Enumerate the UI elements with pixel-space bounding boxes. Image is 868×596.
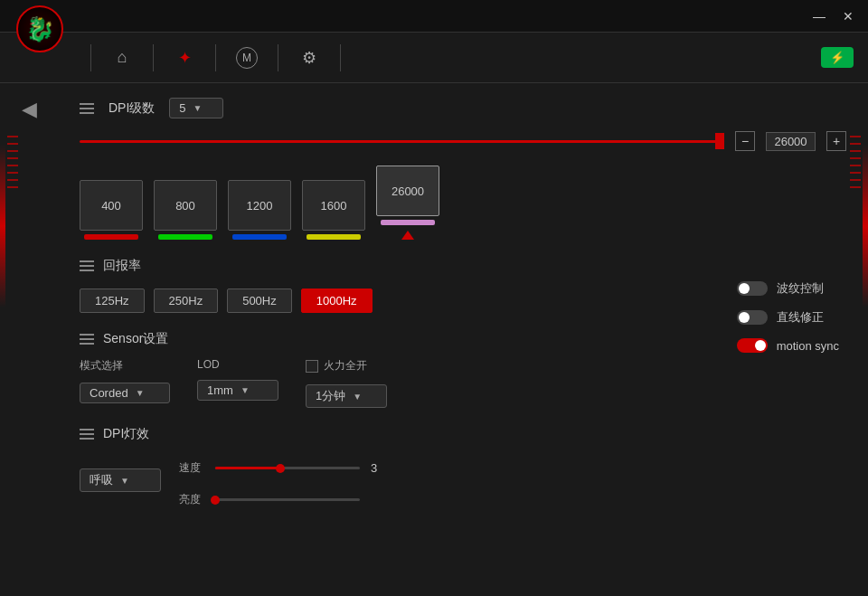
nav-sep-4 <box>278 44 278 71</box>
motion-toggle[interactable] <box>737 338 768 353</box>
dpi-color-1200 <box>232 234 287 240</box>
lod-arrow: ▼ <box>241 385 250 395</box>
ripple-toggle-row: 波纹控制 <box>737 280 839 297</box>
title-bar: — ✕ <box>0 0 868 33</box>
polling-title: 回报率 <box>103 258 141 274</box>
motion-toggle-row: motion sync <box>737 338 839 353</box>
back-icon: ◀ <box>22 98 37 121</box>
dpi-preset-box-1600[interactable]: 1600 <box>302 180 365 231</box>
dpi-preset-box-400[interactable]: 400 <box>80 180 143 231</box>
sensor-lod-col: LOD 1mm ▼ <box>197 358 278 401</box>
mode-arrow: ▼ <box>136 388 145 398</box>
minimize-button[interactable]: — <box>807 6 832 26</box>
mode-dropdown[interactable]: Corded ▼ <box>80 383 170 403</box>
dpi-color-1600 <box>307 234 361 240</box>
brightness-slider[interactable] <box>215 498 360 501</box>
polling-header: 回报率 <box>80 258 846 274</box>
left-accent-marks <box>7 136 18 188</box>
left-accent <box>0 145 5 307</box>
ripple-toggle[interactable] <box>737 281 768 296</box>
nav-settings[interactable]: ⚙ <box>291 40 327 76</box>
rate-500[interactable]: 500Hz <box>227 289 292 313</box>
logo-icon: 🐉 <box>16 5 63 52</box>
brightness-thumb[interactable] <box>211 496 220 505</box>
polling-section: 回报率 125Hz 250Hz 500Hz 1000Hz <box>80 258 846 313</box>
dpi-preset-box-1200[interactable]: 1200 <box>228 180 291 231</box>
nav-bar: ⌂ ✦ M ⚙ ⚡ <box>0 33 868 83</box>
dpi-slider-track[interactable] <box>80 140 724 143</box>
straight-knob <box>739 312 750 323</box>
speed-label: 速度 <box>179 460 204 476</box>
dpi-preset-26000: 26000 <box>376 166 439 240</box>
dpi-preset-box-26000[interactable]: 26000 <box>376 166 439 216</box>
power-dropdown[interactable]: 1分钟 ▼ <box>306 384 387 408</box>
dpi-minus-btn[interactable]: − <box>735 131 755 151</box>
power-checkbox-row: 火力全开 <box>306 358 387 374</box>
dpi-preset-box-800[interactable]: 800 <box>154 180 217 231</box>
sensor-header: Sensor设置 <box>80 331 846 347</box>
back-button[interactable]: ◀ <box>0 83 58 136</box>
brightness-row: 亮度 <box>179 492 377 507</box>
dpi-value-display: 26000 <box>766 132 816 151</box>
nav-macro[interactable]: M <box>229 40 265 76</box>
battery-indicator: ⚡ <box>821 47 854 68</box>
settings-icon: ⚙ <box>302 48 316 68</box>
speed-row: 速度 3 <box>179 460 377 476</box>
logo: 🐉 <box>14 4 65 54</box>
dpi-color-400 <box>84 234 138 240</box>
dpi-light-icon[interactable] <box>80 429 94 440</box>
dpi-color-800 <box>158 234 212 240</box>
polling-section-icon[interactable] <box>80 260 94 271</box>
speed-slider[interactable] <box>215 467 360 469</box>
nav-target[interactable]: ✦ <box>166 40 203 76</box>
straight-label: 直线修正 <box>777 309 824 326</box>
dpi-preset-1600: 1600 <box>302 180 365 240</box>
power-value: 1分钟 <box>316 388 345 404</box>
rate-125[interactable]: 125Hz <box>80 289 145 313</box>
light-mode-value: 呼吸 <box>90 472 113 488</box>
dpi-preset-400: 400 <box>80 180 143 240</box>
dpi-dropdown-arrow: ▼ <box>193 103 203 113</box>
dpi-preset-800: 800 <box>154 180 217 240</box>
macro-icon: M <box>236 47 258 69</box>
dpi-light-header: DPI灯效 <box>80 426 846 442</box>
dpi-level-value: 5 <box>179 101 185 115</box>
speed-value: 3 <box>371 461 377 475</box>
power-label: 火力全开 <box>324 358 367 374</box>
nav-sep-2 <box>153 44 154 71</box>
lod-label: LOD <box>197 358 278 371</box>
sensor-grid: 模式选择 Corded ▼ LOD 1mm ▼ 火力全开 1 <box>80 358 846 408</box>
ripple-knob <box>739 283 750 294</box>
window-controls: — ✕ <box>807 6 861 26</box>
speed-fill <box>215 467 280 469</box>
dpi-color-26000 <box>381 220 435 225</box>
active-preset-arrow <box>401 231 414 240</box>
nav-sep-1 <box>90 44 91 71</box>
dpi-slider-thumb[interactable] <box>715 133 724 149</box>
mode-value: Corded <box>90 386 128 400</box>
rate-1000[interactable]: 1000Hz <box>301 289 373 313</box>
dpi-header: DPI级数 5 ▼ <box>80 98 846 118</box>
brightness-label: 亮度 <box>179 492 204 507</box>
power-arrow: ▼ <box>353 392 362 402</box>
power-checkbox[interactable] <box>306 360 318 373</box>
lod-value: 1mm <box>207 383 233 397</box>
straight-toggle[interactable] <box>737 310 768 325</box>
light-row: 呼吸 ▼ 速度 3 亮度 <box>80 453 846 507</box>
motion-label: motion sync <box>777 339 839 353</box>
lod-dropdown[interactable]: 1mm ▼ <box>197 380 278 401</box>
nav-sep-3 <box>215 44 216 71</box>
dpi-preset-1200: 1200 <box>228 180 291 240</box>
sensor-section: Sensor设置 模式选择 Corded ▼ LOD 1mm ▼ <box>80 331 846 408</box>
dpi-level-dropdown[interactable]: 5 ▼ <box>169 98 223 118</box>
dpi-presets: 400 800 1200 1600 <box>80 166 846 240</box>
dpi-section-icon[interactable] <box>80 103 94 114</box>
sensor-section-icon[interactable] <box>80 334 94 345</box>
sensor-title: Sensor设置 <box>103 331 168 347</box>
dpi-plus-btn[interactable]: + <box>826 131 846 151</box>
speed-thumb[interactable] <box>276 464 285 473</box>
close-button[interactable]: ✕ <box>835 6 861 26</box>
rate-250[interactable]: 250Hz <box>154 289 219 313</box>
light-mode-dropdown[interactable]: 呼吸 ▼ <box>80 468 161 492</box>
nav-home[interactable]: ⌂ <box>104 40 140 76</box>
